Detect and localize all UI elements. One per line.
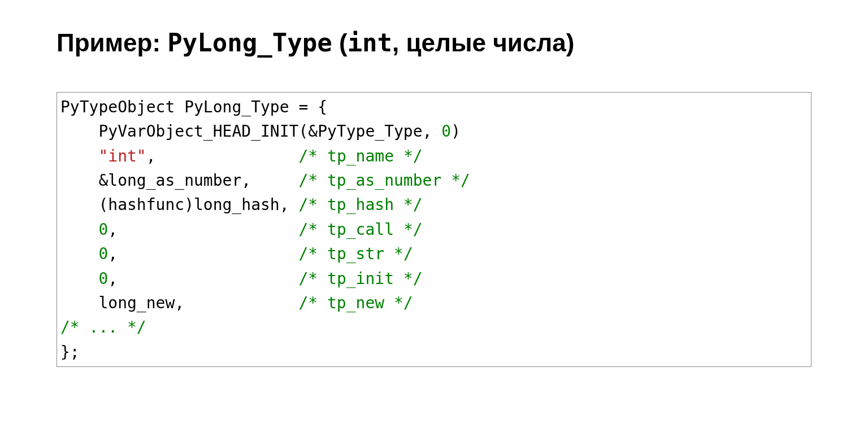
code-line-5-comment: /* tp_hash */ [298, 195, 422, 214]
code-line-8-comment: /* tp_init */ [298, 269, 422, 288]
title-text-1: Пример: [57, 29, 167, 56]
code-line-8b: , [108, 269, 298, 288]
code-line-7b: , [108, 244, 298, 263]
code-block: PyTypeObject PyLong_Type = { PyVarObject… [57, 92, 811, 367]
code-line-11: }; [60, 343, 80, 361]
code-line-3-str: "int" [98, 147, 146, 165]
title-mono-1: PyLong_Type [167, 28, 332, 57]
code-line-2b: ) [451, 122, 461, 141]
code-line-3a [60, 147, 98, 165]
code-line-6a [60, 220, 98, 239]
code-line-4-comment: /* tp_as_number */ [298, 171, 470, 190]
code-line-2-num: 0 [441, 122, 451, 141]
code-line-7a [60, 244, 98, 263]
code-line-3b: , [146, 147, 299, 165]
slide-title: Пример: PyLong_Type (int, целые числа) [57, 28, 811, 58]
code-line-6-num: 0 [98, 220, 108, 239]
code-line-8a [60, 269, 98, 288]
code-line-3-comment: /* tp_name */ [298, 147, 422, 165]
code-line-6b: , [108, 220, 298, 239]
code-line-1: PyTypeObject PyLong_Type = { [60, 98, 327, 116]
title-text-2: ( [332, 29, 348, 56]
code-line-10-comment: /* ... */ [60, 318, 146, 336]
code-line-7-comment: /* tp_str */ [298, 244, 413, 263]
code-line-7-num: 0 [98, 244, 108, 263]
code-line-5a: (hashfunc)long_hash, [60, 195, 298, 214]
slide: Пример: PyLong_Type (int, целые числа) P… [0, 0, 868, 424]
code-line-9-comment: /* tp_new */ [298, 294, 413, 312]
code-line-9a: long_new, [60, 294, 298, 312]
code-line-6-comment: /* tp_call */ [298, 220, 422, 239]
code-line-4a: &long_as_number, [60, 171, 298, 190]
title-mono-2: int [348, 28, 392, 57]
title-text-3: , целые числа) [392, 29, 574, 56]
code-line-8-num: 0 [98, 269, 108, 288]
code-line-2a: PyVarObject_HEAD_INIT(&PyType_Type, [60, 122, 441, 141]
